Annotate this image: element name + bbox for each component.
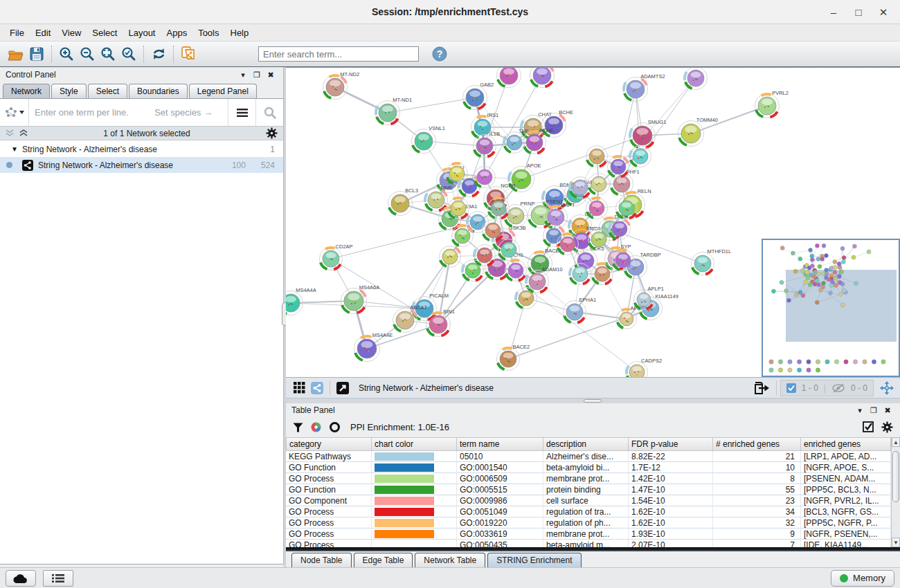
cell-description[interactable]: beta-amyloid bi... <box>543 462 629 473</box>
network-from-selection-button[interactable] <box>178 44 199 64</box>
cloud-button[interactable] <box>6 570 36 587</box>
string-datasource-selector[interactable] <box>0 99 29 126</box>
cell-enriched-genes[interactable]: [PSENEN, ADAM... <box>801 473 891 484</box>
table-row[interactable]: GO FunctionGO:0001540beta-amyloid bi...1… <box>286 462 900 473</box>
close-panel-icon[interactable]: ✖ <box>264 71 278 80</box>
scroll-up-arrow[interactable]: ▲ <box>892 437 900 447</box>
chart-color-cell[interactable] <box>372 473 457 484</box>
minimize-button[interactable]: – <box>821 2 846 23</box>
cell-FDR-p-value[interactable]: 8.82E-22 <box>629 451 713 462</box>
menu-apps[interactable]: Apps <box>161 26 193 40</box>
zoom-fit-button[interactable] <box>98 44 118 64</box>
cell-FDR-p-value[interactable]: 1.54E-10 <box>629 495 713 506</box>
menu-file[interactable]: File <box>4 26 30 40</box>
network-node[interactable]: ABCA7 <box>393 304 427 333</box>
cell-enriched-genes[interactable]: [NGFR, APOE, S... <box>801 462 891 473</box>
network-node[interactable] <box>497 68 521 88</box>
ring-chart-icon[interactable] <box>329 421 341 433</box>
table-row[interactable]: GO ProcessGO:0019220regulation of ph...1… <box>286 517 900 529</box>
column-header-category[interactable]: category <box>286 437 372 451</box>
cell-term-name[interactable]: GO:0050435 <box>457 540 543 547</box>
cell--enriched-genes[interactable]: 9 <box>713 529 801 540</box>
cell--enriched-genes[interactable]: 10 <box>713 462 801 473</box>
network-canvas[interactable]: MT-ND2MT-ND1VSNL1CD2APMS4A4AMS4A6AMS4A4E… <box>286 67 900 377</box>
menu-select[interactable]: Select <box>87 26 123 40</box>
pie-chart-icon[interactable] <box>310 421 322 433</box>
cell--enriched-genes[interactable]: 23 <box>713 495 801 506</box>
chart-color-cell[interactable] <box>372 451 457 462</box>
cell--enriched-genes[interactable]: 7 <box>713 540 801 547</box>
cell-category[interactable]: KEGG Pathways <box>286 451 372 462</box>
search-input[interactable] <box>258 46 419 62</box>
splitter-grip[interactable] <box>584 399 602 403</box>
cell-enriched-genes[interactable]: [PPP5C, BCL3, N... <box>801 484 891 495</box>
cell-term-name[interactable]: GO:0001540 <box>457 462 543 473</box>
network-node[interactable]: TOMM40 <box>678 117 718 147</box>
help-button[interactable]: ? <box>431 46 448 62</box>
grid-view-button[interactable] <box>290 380 308 396</box>
collapse-all-icon[interactable] <box>6 129 14 137</box>
gear-icon[interactable] <box>881 421 893 433</box>
cell-enriched-genes[interactable]: [PPP5C, NGFR, P... <box>801 517 891 529</box>
select-all-icon[interactable] <box>863 421 874 433</box>
network-node[interactable] <box>616 198 638 219</box>
column-header-FDR-p-value[interactable]: FDR p-value <box>629 437 713 451</box>
cell-description[interactable]: regulation of ph... <box>543 517 629 529</box>
chart-color-cell[interactable] <box>372 495 457 506</box>
network-node[interactable] <box>530 68 555 88</box>
cell--enriched-genes[interactable]: 21 <box>713 451 801 462</box>
scrollbar-thumb[interactable] <box>892 451 899 502</box>
network-node[interactable]: MT-ND1 <box>376 97 413 125</box>
chart-color-cell[interactable] <box>372 484 457 495</box>
filter-icon[interactable] <box>293 423 303 432</box>
cell-category[interactable]: GO Function <box>286 484 372 495</box>
cell-enriched-genes[interactable]: [BCL3, NGFR, GS... <box>801 506 891 517</box>
tab-network-table[interactable]: Network Table <box>415 553 485 567</box>
network-node[interactable] <box>488 198 510 219</box>
network-node[interactable]: ADAMTS2 <box>624 73 665 102</box>
string-view-button[interactable] <box>308 380 326 396</box>
tab-edge-table[interactable]: Edge Table <box>354 553 413 567</box>
network-node[interactable]: SMUG1 <box>630 119 667 149</box>
network-node[interactable] <box>586 146 608 167</box>
column-header-description[interactable]: description <box>543 437 629 451</box>
cell-FDR-p-value[interactable]: 1.7E-12 <box>629 462 713 473</box>
column-header-chart-color[interactable]: chart color <box>372 437 457 451</box>
cell-FDR-p-value[interactable]: 1.47E-10 <box>629 484 713 495</box>
network-node[interactable]: VSNL1 <box>412 125 445 154</box>
cell-description[interactable]: beta-amyloid m... <box>543 540 629 547</box>
network-node[interactable] <box>498 239 520 261</box>
cell-term-name[interactable]: GO:0019220 <box>457 517 543 529</box>
cell-enriched-genes[interactable]: [IDE, KIAA1149... <box>801 540 891 547</box>
cell-enriched-genes[interactable]: [NGFR, PSENEN,... <box>801 529 891 540</box>
task-history-button[interactable] <box>43 570 73 587</box>
network-node[interactable]: MTHFD1L <box>692 248 732 275</box>
zoom-selected-button[interactable] <box>118 44 139 64</box>
tab-string-enrichment[interactable]: STRING Enrichment <box>487 553 581 567</box>
cell--enriched-genes[interactable]: 55 <box>713 484 801 495</box>
network-node[interactable] <box>440 246 461 268</box>
tab-boundaries[interactable]: Boundaries <box>129 84 188 98</box>
close-button[interactable]: ✕ <box>871 2 896 23</box>
menu-tools[interactable]: Tools <box>192 26 224 40</box>
network-node[interactable]: MS4A6A <box>341 284 380 314</box>
cell-FDR-p-value[interactable]: 1.93E-10 <box>629 529 713 540</box>
cell-category[interactable]: GO Process <box>286 517 372 529</box>
table-splitter[interactable] <box>286 398 900 403</box>
table-bottom-scrollbar[interactable] <box>286 547 900 550</box>
cell-description[interactable]: protein binding <box>543 484 629 495</box>
menu-edit[interactable]: Edit <box>30 26 56 40</box>
chart-color-cell[interactable] <box>372 529 457 540</box>
zoom-out-button[interactable] <box>77 44 98 64</box>
network-node[interactable] <box>505 260 527 282</box>
network-node[interactable]: MS4A4E <box>354 332 393 362</box>
network-node[interactable]: MT-ND2 <box>323 71 360 100</box>
cell-term-name[interactable]: GO:0006509 <box>457 473 543 484</box>
cell-category[interactable]: GO Process <box>286 473 372 484</box>
table-row[interactable]: GO ProcessGO:0051049regulation of tra...… <box>286 506 900 517</box>
network-node[interactable] <box>483 220 504 241</box>
network-node[interactable] <box>592 264 613 285</box>
network-node[interactable]: MS4A4A <box>286 287 316 315</box>
birdseye-view[interactable] <box>762 239 900 377</box>
open-in-browser-button[interactable] <box>334 380 352 396</box>
